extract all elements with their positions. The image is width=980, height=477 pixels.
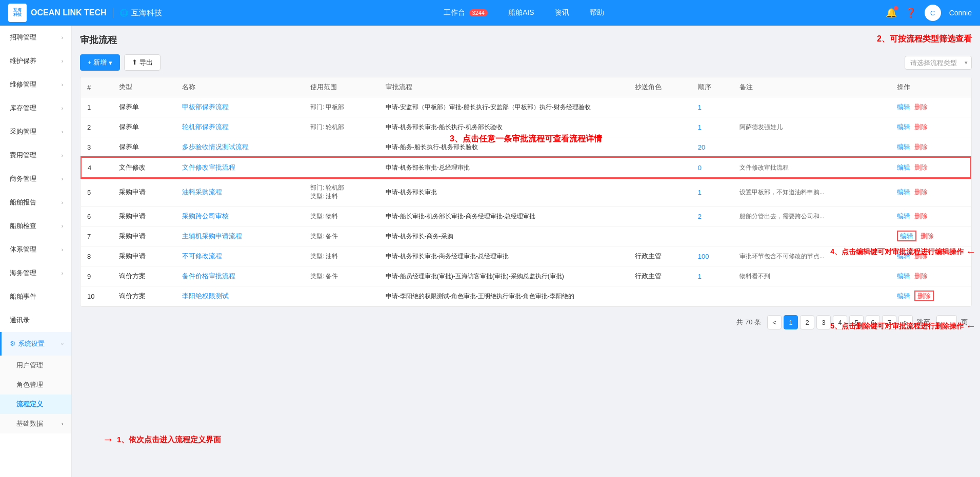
delete-button[interactable]: 删除 xyxy=(914,143,928,151)
sidebar-item-purchase[interactable]: 采购管理 › xyxy=(0,120,71,143)
type-select-wrap[interactable]: 请选择流程类型 xyxy=(905,56,972,70)
notification-dot xyxy=(894,6,898,10)
cell-action: 编辑删除 xyxy=(891,286,971,306)
table-row[interactable]: 1保养单甲板部保养流程部门: 甲板部申请-安监部（甲板部）审批-船长执行-安监部… xyxy=(81,97,971,117)
sidebar-item-cost[interactable]: 费用管理 › xyxy=(0,143,71,167)
cell-no: 8 xyxy=(81,246,113,266)
edit-button[interactable]: 编辑 xyxy=(897,188,910,196)
sidebar-item-system[interactable]: ⚙ 系统设置 › xyxy=(0,332,71,356)
edit-button[interactable]: 编辑 xyxy=(897,212,910,220)
sidebar-item-flow-def[interactable]: 流程定义 xyxy=(0,395,71,414)
edit-button[interactable]: 编辑 xyxy=(897,103,910,111)
user-name[interactable]: Connie xyxy=(949,9,972,17)
delete-button[interactable]: 删除 xyxy=(921,232,934,240)
cell-name: 文件修改审批流程 xyxy=(176,157,304,178)
cell-flow: 申请-船长审批-机务部长审批-商务经理审批-总经理审批 xyxy=(379,206,629,226)
table-row[interactable]: 10询价方案李阳绝权限测试申请-李阳绝的权限测试-角色审批-王明绝执行审批-角色… xyxy=(81,286,971,306)
page-3[interactable]: 3 xyxy=(816,315,831,329)
edit-button[interactable]: 编辑 xyxy=(897,143,910,151)
delete-button[interactable]: 删除 xyxy=(914,188,928,196)
delete-button[interactable]: 删除 xyxy=(914,272,928,280)
export-button[interactable]: ⬆ 导出 xyxy=(124,54,161,71)
annotation-hint3: 3、点击任意一条审批流程可查看流程详情 xyxy=(450,134,602,144)
workbench-nav[interactable]: 工作台 3244 xyxy=(442,8,490,17)
sidebar-item-basic-data[interactable]: 基础数据 › xyxy=(0,414,71,433)
table-row[interactable]: 4文件修改文件修改审批流程申请-机务部长审批-总经理审批0文件修改审批流程编辑删… xyxy=(81,157,971,178)
sidebar-label-maintain: 维护保养 xyxy=(10,56,36,66)
cell-note: 设置甲板部，不知道油料申购... xyxy=(733,178,891,206)
sidebar-item-report[interactable]: 船舶报告 › xyxy=(0,191,71,214)
cell-type: 文件修改 xyxy=(113,157,176,178)
cell-name: 油料采购流程 xyxy=(176,178,304,206)
table-row[interactable]: 9询价方案备件价格审批流程类型: 备件申请-船员经理审批(审批)-互海访客审批(… xyxy=(81,266,971,286)
sidebar-item-sea[interactable]: 海务管理 › xyxy=(0,261,71,285)
cell-flow: 申请-机务部长审批-商务经理审批-总经理审批 xyxy=(379,246,629,266)
col-no: # xyxy=(81,77,113,97)
delete-button[interactable]: 删除 xyxy=(914,123,928,131)
sidebar-item-repair[interactable]: 维修管理 › xyxy=(0,73,71,96)
cell-name: 李阳绝权限测试 xyxy=(176,286,304,306)
cell-note: 阿萨德发强娃儿 xyxy=(733,117,891,137)
edit-button[interactable]: 编辑 xyxy=(897,292,910,300)
page-2[interactable]: 2 xyxy=(800,315,814,329)
cell-no: 10 xyxy=(81,286,113,306)
ship-ais-nav[interactable]: 船舶AIS xyxy=(506,8,536,17)
sidebar-label-purchase: 采购管理 xyxy=(10,127,36,136)
cell-flow: 申请-机务部长-商务-采购 xyxy=(379,226,629,246)
add-button[interactable]: + 新增 ▾ xyxy=(80,54,120,71)
help-icon[interactable]: ❓ xyxy=(905,7,916,18)
delete-button[interactable]: 删除 xyxy=(914,103,928,111)
sidebar-item-role-mgmt[interactable]: 角色管理 xyxy=(0,375,71,395)
table-row[interactable]: 6采购申请采购跨公司审核类型: 物料申请-船长审批-机务部长审批-商务经理审批-… xyxy=(81,206,971,226)
cell-cc: 行政主管 xyxy=(629,266,692,286)
sidebar-item-user-mgmt[interactable]: 用户管理 xyxy=(0,356,71,375)
sidebar-item-inspection[interactable]: 船舶检查 › xyxy=(0,214,71,238)
edit-button[interactable]: 编辑 xyxy=(897,123,910,131)
cell-cc: 行政主管 xyxy=(629,246,692,266)
brand-text: 互海科技 xyxy=(131,8,162,18)
delete-button[interactable]: 删除 xyxy=(914,291,934,301)
table-row[interactable]: 7采购申请主辅机采购申请流程类型: 备件申请-机务部长-商务-采购编辑删除 xyxy=(81,226,971,246)
arrow-warehouse: › xyxy=(62,106,63,111)
sidebar-item-warehouse[interactable]: 库存管理 › xyxy=(0,96,71,120)
edit-button[interactable]: 编辑 xyxy=(897,163,910,171)
delete-button[interactable]: 删除 xyxy=(914,163,928,171)
edit-button[interactable]: 编辑 xyxy=(897,272,910,280)
delete-button[interactable]: 删除 xyxy=(914,212,928,220)
sidebar-item-address[interactable]: 通讯录 xyxy=(0,308,71,332)
cell-note: 文件修改审批流程 xyxy=(733,157,891,178)
col-scope: 使用范围 xyxy=(304,77,379,97)
sidebar-item-business[interactable]: 商务管理 › xyxy=(0,167,71,191)
notification-bell[interactable]: 🔔 xyxy=(886,7,897,18)
cell-action: 编辑删除 xyxy=(891,206,971,226)
cell-flow: 申请-机务部长审批 xyxy=(379,178,629,206)
cell-name: 不可修改流程 xyxy=(176,246,304,266)
prev-page[interactable]: < xyxy=(767,315,782,329)
total-count: 共 70 条 xyxy=(736,318,761,327)
sidebar-item-event[interactable]: 船舶事件 xyxy=(0,285,71,308)
sidebar-label-warehouse: 库存管理 xyxy=(10,103,36,113)
edit-button[interactable]: 编辑 xyxy=(897,231,916,241)
cell-order: 1 xyxy=(692,97,733,117)
cell-order: 1 xyxy=(692,266,733,286)
table-row[interactable]: 5采购申请油料采购流程部门: 轮机部 类型: 油料申请-机务部长审批1设置甲板部… xyxy=(81,178,971,206)
cell-note xyxy=(733,97,891,117)
type-select[interactable]: 请选择流程类型 xyxy=(905,56,972,70)
toolbar-left: + 新增 ▾ ⬆ 导出 xyxy=(80,54,161,71)
arrow-system-body: › xyxy=(62,247,63,253)
cell-no: 1 xyxy=(81,97,113,117)
logo: 互海科技 OCEAN LINK TECH xyxy=(8,4,107,22)
sidebar-label-repair: 维修管理 xyxy=(10,80,36,89)
avatar[interactable]: C xyxy=(925,5,941,21)
arrow-recruit: › xyxy=(62,35,63,40)
page-1[interactable]: 1 xyxy=(784,315,798,329)
sidebar-item-system-body[interactable]: 体系管理 › xyxy=(0,238,71,261)
news-nav[interactable]: 资讯 xyxy=(553,8,571,17)
table-header: # 类型 名称 使用范围 审批流程 抄送角色 顺序 备注 操作 xyxy=(81,77,971,97)
sidebar-item-maintain[interactable]: 维护保养 › xyxy=(0,49,71,73)
cell-type: 采购申请 xyxy=(113,206,176,226)
col-name: 名称 xyxy=(176,77,304,97)
cell-name: 备件价格审批流程 xyxy=(176,266,304,286)
sidebar-item-recruit[interactable]: 招聘管理 › xyxy=(0,26,71,49)
help-nav[interactable]: 帮助 xyxy=(588,8,606,17)
